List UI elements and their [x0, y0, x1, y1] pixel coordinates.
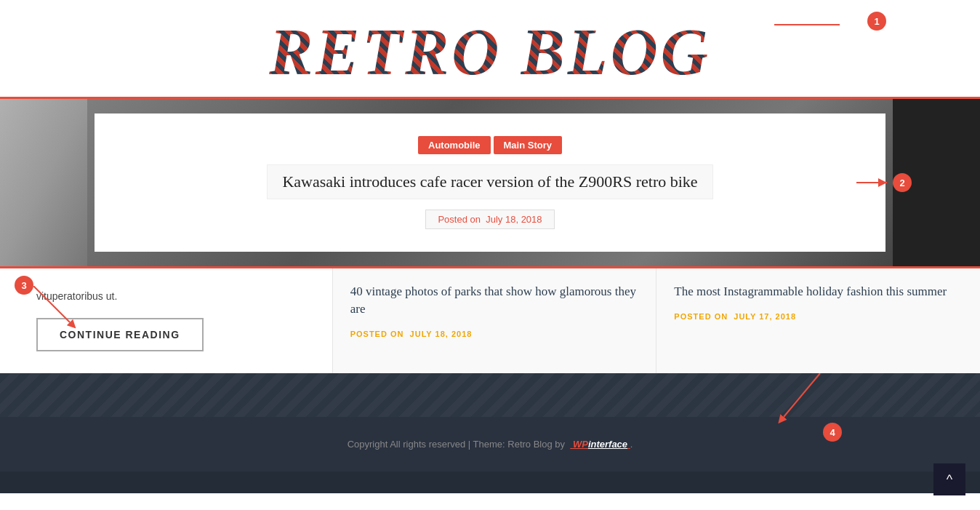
card-secondary-2-posted: POSTED ON JULY 17, 2018	[674, 312, 963, 321]
annotation-3-arrow	[33, 286, 92, 330]
hero-bg: Automobile Main Story Kawasaki introduce…	[0, 99, 980, 266]
annotation-2-bubble: 2	[893, 173, 912, 192]
annotation-3-bubble: 3	[15, 276, 33, 295]
posted-date-2: JULY 17, 2018	[734, 312, 796, 321]
brand-interface: interface	[588, 439, 627, 450]
scroll-to-top-button[interactable]: ^	[933, 463, 965, 493]
footer-main: Copyright All rights reserved | Theme: R…	[0, 417, 980, 471]
hero-left-image	[0, 99, 87, 266]
footer-brand[interactable]: WPinterface	[570, 439, 630, 450]
copyright-text: Copyright All rights reserved | Theme: R…	[348, 439, 565, 450]
posted-on-date: July 18, 2018	[486, 214, 542, 225]
annotation-3-wrap: 3	[15, 276, 33, 295]
footer-wrap: Copyright All rights reserved | Theme: R…	[0, 373, 980, 493]
svg-line-7	[784, 373, 820, 417]
brand-suffix: .	[630, 439, 633, 450]
card-secondary-1-posted: POSTED ON JULY 18, 2018	[350, 330, 639, 338]
card-main: 3 vituperatoribus ut. CONTINUE READING	[0, 268, 333, 373]
scroll-top-icon: ^	[947, 472, 952, 487]
cards-section: 3 vituperatoribus ut. CONTINUE READING 4…	[0, 266, 980, 373]
annotation-4-arrow	[776, 373, 835, 431]
hero-title: Kawasaki introduces cafe racer version o…	[267, 164, 712, 199]
posted-on-badge: Posted on July 18, 2018	[425, 210, 554, 229]
card-secondary-1: 40 vintage photos of parks that show how…	[333, 268, 657, 373]
annotation-2-arrow	[856, 175, 893, 190]
site-title-wrapper: RETRO BLOG	[269, 15, 711, 89]
tag-automobile[interactable]: Automobile	[418, 136, 491, 154]
card-secondary-1-title[interactable]: 40 vintage photos of parks that show how…	[350, 283, 639, 318]
posted-date-1: JULY 18, 2018	[410, 330, 473, 338]
posted-label-1: POSTED ON	[350, 330, 404, 338]
annotation-1-arrow	[774, 19, 847, 41]
hero-right-image: 2	[893, 99, 980, 266]
brand-wp: WP	[573, 439, 588, 450]
footer-bottom-strip	[0, 471, 980, 493]
hero-center-card: Automobile Main Story Kawasaki introduce…	[95, 113, 885, 252]
annotation-4-wrap: 4	[776, 373, 835, 434]
card-secondary-2-title[interactable]: The most Instagrammable holiday fashion …	[674, 283, 963, 300]
header: 1 RETRO BLOG	[0, 0, 980, 97]
annotation-4-bubble: 4	[823, 423, 842, 442]
posted-label-2: POSTED ON	[674, 312, 728, 321]
posted-on-label: Posted on	[438, 214, 481, 225]
tag-main-story[interactable]: Main Story	[494, 136, 562, 154]
svg-line-5	[33, 286, 70, 322]
site-title: RETRO BLOG	[269, 15, 711, 89]
tag-row: Automobile Main Story	[418, 136, 562, 154]
hero-section: Automobile Main Story Kawasaki introduce…	[0, 99, 980, 266]
annotation-2-wrap: 2	[856, 173, 912, 192]
card-secondary-2: The most Instagrammable holiday fashion …	[656, 268, 980, 373]
